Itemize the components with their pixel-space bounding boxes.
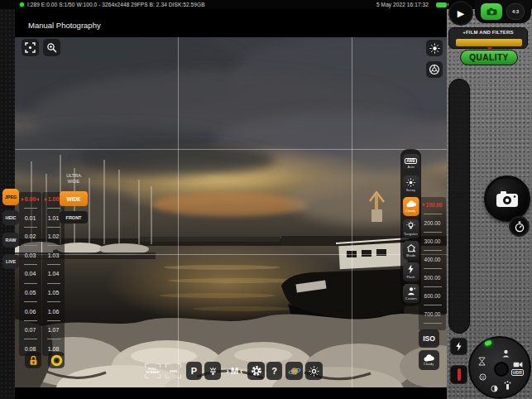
iso-value: 400.00 [424,255,441,264]
lens-front[interactable]: FRONT [60,211,88,224]
display-brightness-button[interactable] [305,362,323,380]
help-button[interactable]: ? [266,362,282,380]
tick [24,227,37,228]
marker-left [22,198,24,201]
tick [424,323,442,324]
chevron-left-icon: ‹ [240,367,242,376]
manual-mode-button[interactable]: › M ‹ [222,362,247,380]
viewfinder[interactable]: Manual Photography [15,9,447,399]
tick [24,301,37,302]
tick [24,320,37,321]
format-raw-button[interactable]: RAW [2,233,19,248]
manual-mode-label: M [231,366,238,376]
dial-center-knob[interactable] [494,362,509,377]
wb-label: Sunny [406,188,415,192]
torch-mode-icon [504,378,511,393]
wb-label: Cloudy [405,209,416,214]
wheel-value: 1.04 [48,268,60,279]
zoom-button[interactable] [43,39,60,56]
lock-button[interactable] [25,352,41,368]
wb-preset-flash[interactable]: Flash [403,262,419,281]
aspect-ratio-button[interactable]: 4:3 [506,3,525,20]
wheel-value: 1.02 [48,231,60,242]
focus-button[interactable] [22,39,39,56]
portrait-mode-icon [502,346,510,361]
fullscreen-bracket: FULL SCREEN [143,362,162,380]
sunny-icon [406,178,415,187]
mode-dial[interactable]: HDR [468,336,531,399]
film-and-filters-button[interactable]: +FILM AND FILTERS [448,27,528,49]
lens-ultra-wide[interactable]: ULTRA WIDE [60,173,88,185]
brightness-button[interactable] [426,40,443,56]
tick [24,208,37,209]
grid-button[interactable]: GRID [164,362,183,380]
program-mode-button[interactable]: P [186,362,202,380]
shutter-button[interactable] [484,175,530,222]
wheel-value: 1.03 [48,250,60,261]
photo-mode-button[interactable] [481,3,502,20]
smile-mode-icon [479,369,486,384]
wheel-value: 0.07 [25,324,36,335]
wheel-value: 0.05 [25,287,36,298]
wheel2-current-value: 1.00 [48,196,60,202]
awb-icon: AWB [405,158,417,164]
iso-current-value: 100.00 [426,202,443,208]
format-heic-button[interactable]: HEIC [2,210,19,225]
tick [24,245,37,246]
quality-button[interactable]: QUALITY [460,50,518,65]
datetime-text: 5 May 2022 16:17:32 [376,2,429,7]
sun-icon [429,43,440,54]
timer-button[interactable] [509,216,530,237]
chevron-right-icon: › [227,367,229,376]
wb-preset-tungsten[interactable]: Tungsten [403,219,419,238]
wb-mode-button[interactable]: Cloudy [419,350,439,370]
wb-label: Custom [405,296,417,300]
magnifier-plus-icon [46,42,57,53]
wb-preset-custom[interactable]: Custom [403,284,419,303]
camera-selector: ULTRA WIDE WIDE FRONT [60,173,88,224]
tick [24,283,37,284]
app-window: Manual Photography [0,0,532,399]
capture-info-text: I:289 E:0.00 S:1/50 W:100.0 - 3264x2448 … [27,2,205,7]
cloud-icon [406,200,416,208]
settings-button[interactable] [247,362,265,380]
wb-preset-sunny[interactable]: Sunny [403,175,419,195]
film-strip-bar [456,39,522,46]
aperture-button[interactable] [48,352,65,368]
wb-preset-cloudy[interactable]: Cloudy [403,197,419,216]
iso-wheel[interactable]: 100.00 200.00 300.00 400.00 500.00 600.0… [419,197,446,330]
wb-mode-label: Cloudy [424,362,434,366]
grid-line-horizontal-1 [15,149,447,150]
iso-value: 600.00 [424,291,441,300]
wheel1-current-value: 0.00 [25,196,36,202]
iso-mode-button[interactable]: ISO [419,329,439,348]
format-live-button[interactable]: LIVE [2,254,19,269]
wheel-value: 0.01 [25,213,36,224]
tick [47,245,60,246]
wheel-value: 0.04 [25,268,36,279]
wb-label: Shade [406,253,416,257]
level-indicator-button[interactable] [450,365,467,384]
timer-mode-icon [478,354,486,369]
wb-preset-auto[interactable]: AWB Auto [403,154,419,173]
custom-person-icon [406,286,416,296]
playback-button[interactable]: ▶ [448,1,473,26]
camera-icon [496,190,519,208]
exposure-wheel-1[interactable]: 0.00 0.01 0.02 0.03 0.04 0.05 0.06 0.07 … [19,192,41,356]
flash-button[interactable] [450,338,467,355]
wheel-value: 1.07 [48,324,60,335]
white-balance-button[interactable] [426,61,443,78]
fullscreen-button[interactable]: FULL SCREEN [143,362,162,380]
planet-mode-button[interactable] [285,362,303,380]
format-jpeg-button[interactable]: JPEG [2,189,19,205]
flash-bolt-icon [407,264,415,274]
tick [424,250,442,251]
lens-wide[interactable]: WIDE [60,191,88,206]
award-button[interactable] [204,362,221,380]
gear-icon [251,365,262,377]
tick [47,208,60,209]
wb-preset-shade[interactable]: Shade [403,241,419,260]
shade-house-icon [406,243,416,252]
tick [47,339,60,339]
wheel-value: 1.01 [48,213,60,224]
